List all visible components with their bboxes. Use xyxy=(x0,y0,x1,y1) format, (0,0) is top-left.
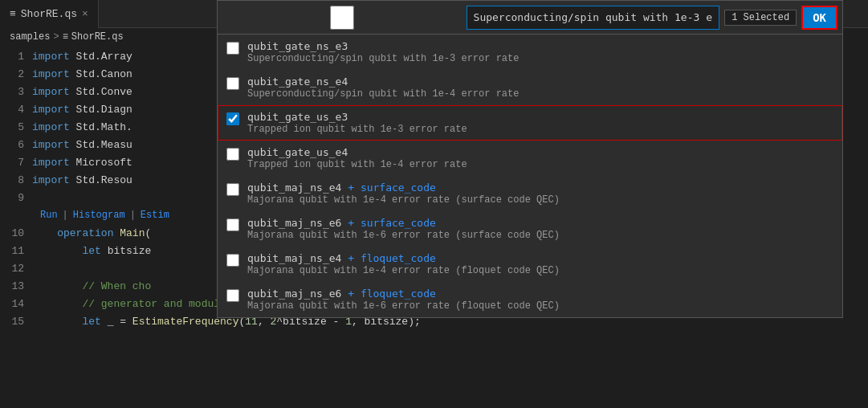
item-checkbox[interactable] xyxy=(226,42,239,55)
item-checkbox[interactable] xyxy=(226,254,239,267)
dropdown-item[interactable]: qubit_maj_ns_e4 + surface_codeMajorana q… xyxy=(218,176,842,211)
dropdown-overlay: 1 Selected OK qubit_gate_ns_e3Supercondu… xyxy=(217,0,843,318)
breadcrumb-file-icon: ≡ xyxy=(63,31,68,43)
line-number: 7 xyxy=(0,157,32,169)
line-number: 15 xyxy=(0,316,32,328)
item-text: qubit_maj_ns_e4 + floquet_codeMajorana q… xyxy=(247,252,560,276)
item-checkbox[interactable] xyxy=(226,218,239,231)
selected-badge: 1 Selected xyxy=(724,10,797,26)
dropdown-item[interactable]: qubit_maj_ns_e4 + floquet_codeMajorana q… xyxy=(218,247,842,282)
tab-close-icon[interactable]: × xyxy=(82,8,88,20)
dropdown-item[interactable]: qubit_gate_us_e4Trapped ion qubit with 1… xyxy=(218,141,842,176)
dropdown-item[interactable]: qubit_maj_ns_e6 + floquet_codeMajorana q… xyxy=(218,282,842,317)
item-text: qubit_gate_ns_e4Superconducting/spin qub… xyxy=(247,75,519,100)
item-text: qubit_gate_us_e4Trapped ion qubit with 1… xyxy=(247,146,467,170)
item-name-main: qubit_maj_ns_e6 xyxy=(247,217,341,229)
item-name: qubit_gate_us_e3 xyxy=(247,111,467,123)
item-name: qubit_gate_ns_e3 xyxy=(247,40,519,52)
run-sep2: | xyxy=(130,210,136,221)
dropdown-item[interactable]: qubit_gate_ns_e3Superconducting/spin qub… xyxy=(218,35,842,70)
ok-button[interactable]: OK xyxy=(801,6,837,30)
histogram-link[interactable]: Histogram xyxy=(73,210,125,221)
item-text: qubit_gate_ns_e3Superconducting/spin qub… xyxy=(247,40,519,64)
item-name: qubit_gate_us_e4 xyxy=(247,146,467,158)
item-name-main: qubit_maj_ns_e4 xyxy=(247,182,341,194)
item-name: qubit_maj_ns_e4 + surface_code xyxy=(247,182,560,194)
dropdown-list: qubit_gate_ns_e3Superconducting/spin qub… xyxy=(218,35,842,317)
item-name-suffix: + surface_code xyxy=(341,182,435,194)
item-name: qubit_maj_ns_e4 + floquet_code xyxy=(247,252,560,264)
breadcrumb-part1: samples xyxy=(10,31,50,43)
item-desc: Trapped ion qubit with 1e-4 error rate xyxy=(247,159,467,170)
item-name-main: qubit_maj_ns_e4 xyxy=(247,252,341,264)
item-checkbox[interactable] xyxy=(226,183,239,196)
item-desc: Trapped ion qubit with 1e-3 error rate xyxy=(247,124,467,135)
item-desc: Majorana qubit with 1e-6 error rate (sur… xyxy=(247,230,560,241)
item-name-suffix: + floquet_code xyxy=(341,288,435,300)
line-number: 8 xyxy=(0,174,32,186)
line-number: 4 xyxy=(0,104,32,116)
item-text: qubit_maj_ns_e6 + floquet_codeMajorana q… xyxy=(247,288,560,312)
search-input[interactable] xyxy=(467,6,720,30)
item-name: qubit_maj_ns_e6 + floquet_code xyxy=(247,288,560,300)
line-number: 10 xyxy=(0,227,32,239)
line-number: 11 xyxy=(0,245,32,257)
line-number: 9 xyxy=(0,192,32,204)
line-number: 6 xyxy=(0,139,32,151)
line-number: 5 xyxy=(0,121,32,133)
run-link[interactable]: Run xyxy=(40,210,58,221)
dropdown-item[interactable]: qubit_gate_us_e3Trapped ion qubit with 1… xyxy=(218,105,842,141)
select-all-checkbox[interactable] xyxy=(222,6,462,30)
tab-file-icon: ≡ xyxy=(10,8,16,20)
line-number: 13 xyxy=(0,280,32,292)
item-name-main: qubit_gate_us_e3 xyxy=(247,111,348,123)
item-desc: Majorana qubit with 1e-4 error rate (flo… xyxy=(247,265,560,276)
breadcrumb-part2: ShorRE.qs xyxy=(71,31,124,43)
item-desc: Majorana qubit with 1e-6 error rate (flo… xyxy=(247,300,560,312)
tab-label: ShorRE.qs xyxy=(21,8,77,20)
item-desc: Superconducting/spin qubit with 1e-3 err… xyxy=(247,53,519,64)
breadcrumb-sep: > xyxy=(53,31,59,43)
item-desc: Superconducting/spin qubit with 1e-4 err… xyxy=(247,88,519,100)
item-checkbox[interactable] xyxy=(226,77,239,90)
item-text: qubit_maj_ns_e4 + surface_codeMajorana q… xyxy=(247,182,560,206)
line-number: 1 xyxy=(0,51,32,63)
item-name: qubit_maj_ns_e6 + surface_code xyxy=(247,217,560,229)
item-text: qubit_maj_ns_e6 + surface_codeMajorana q… xyxy=(247,217,560,241)
dropdown-item[interactable]: qubit_maj_ns_e6 + surface_codeMajorana q… xyxy=(218,211,842,247)
line-number: 14 xyxy=(0,298,32,310)
item-checkbox[interactable] xyxy=(226,289,239,302)
item-name-main: qubit_gate_us_e4 xyxy=(247,146,348,158)
item-name-main: qubit_maj_ns_e6 xyxy=(247,288,341,300)
item-name-main: qubit_gate_ns_e3 xyxy=(247,40,348,52)
editor-tab[interactable]: ≡ ShorRE.qs × xyxy=(0,0,99,28)
item-name-suffix: + surface_code xyxy=(341,217,435,229)
line-number: 12 xyxy=(0,263,32,275)
estimate-link[interactable]: Estim xyxy=(141,210,169,221)
item-name-suffix: + floquet_code xyxy=(341,252,435,264)
item-desc: Majorana qubit with 1e-4 error rate (sur… xyxy=(247,194,560,206)
line-number: 3 xyxy=(0,86,32,98)
item-name: qubit_gate_ns_e4 xyxy=(247,75,519,88)
item-checkbox[interactable] xyxy=(226,112,239,125)
run-sep: | xyxy=(63,210,68,221)
dropdown-item[interactable]: qubit_gate_ns_e4Superconducting/spin qub… xyxy=(218,70,842,105)
item-name-main: qubit_gate_ns_e4 xyxy=(247,75,348,88)
item-text: qubit_gate_us_e3Trapped ion qubit with 1… xyxy=(247,111,467,135)
dropdown-search-bar: 1 Selected OK xyxy=(218,1,842,35)
line-number: 2 xyxy=(0,68,32,80)
item-checkbox[interactable] xyxy=(226,148,239,161)
